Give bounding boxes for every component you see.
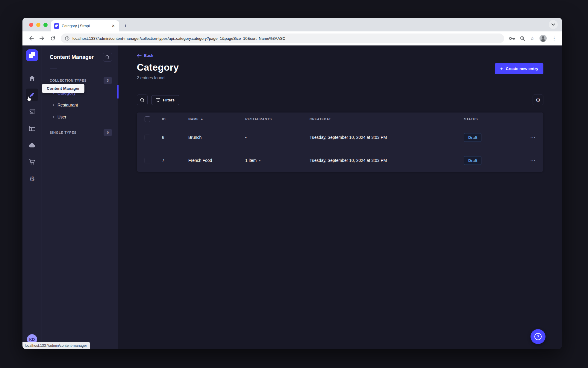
cell-restaurants: -	[245, 135, 310, 140]
chevron-down-icon	[551, 23, 555, 26]
media-library-icon	[29, 109, 35, 115]
bullet-icon	[53, 116, 54, 118]
browser-tab[interactable]: Category | Strapi ✕	[51, 20, 119, 31]
chevron-down-icon: ▾	[259, 159, 260, 162]
row-actions-menu-icon[interactable]: ⋯	[522, 157, 543, 163]
sort-ascending-icon: ▲	[201, 118, 203, 121]
window-minimize-button[interactable]	[36, 23, 40, 27]
view-settings-button[interactable]: ⚙	[533, 95, 543, 105]
subnav-title: Content Manager	[50, 54, 94, 60]
cell-name: French Food	[188, 158, 245, 163]
sidebar-item-content-type-builder[interactable]	[26, 122, 38, 135]
mouse-cursor-icon	[26, 96, 31, 102]
sidebar-item-cloud[interactable]	[26, 139, 38, 151]
home-icon	[29, 75, 35, 81]
entries-table: ID NAME▲ RESTAURANTS CREATEDAT STATUS 8 …	[137, 112, 543, 172]
column-header-createdat[interactable]: CREATEDAT	[310, 117, 464, 121]
table-row[interactable]: 8 Brunch - Tuesday, September 10, 2024 a…	[137, 126, 543, 149]
sidebar-item-settings[interactable]: ⚙	[26, 172, 38, 185]
collection-types-section-header: COLLECTION TYPES 3	[50, 76, 112, 85]
row-actions-menu-icon[interactable]: ⋯	[522, 134, 543, 140]
passwords-key-icon[interactable]	[509, 37, 515, 40]
browser-window: Category | Strapi ✕ + localhost:1337/adm…	[22, 18, 562, 349]
collection-types-count-badge: 3	[104, 77, 112, 84]
cloud-icon	[29, 143, 36, 147]
browser-toolbar: localhost:1337/admin/content-manager/col…	[22, 31, 562, 45]
tab-title: Category | Strapi	[62, 24, 108, 28]
search-icon	[105, 55, 110, 59]
cell-id: 7	[162, 158, 188, 163]
single-types-count-badge: 0	[104, 129, 112, 136]
gear-icon: ⚙	[29, 175, 35, 183]
window-close-button[interactable]	[29, 23, 33, 27]
sidebar-icon-rail: ⚙	[26, 72, 38, 185]
forward-button[interactable]	[37, 34, 46, 43]
divider	[50, 68, 57, 69]
content-type-builder-icon	[29, 126, 35, 131]
subnav-item-user[interactable]: User	[50, 111, 112, 123]
column-header-restaurants[interactable]: RESTAURANTS	[245, 117, 310, 121]
select-all-checkbox[interactable]	[145, 116, 150, 122]
column-header-name[interactable]: NAME▲	[188, 117, 245, 121]
cell-restaurants[interactable]: 1 item ▾	[245, 158, 310, 163]
address-bar[interactable]: localhost:1337/admin/content-manager/col…	[61, 34, 504, 43]
page-title: Category	[137, 62, 179, 73]
site-info-icon[interactable]	[65, 36, 69, 41]
reload-icon	[50, 36, 55, 41]
subnav-item-restaurant[interactable]: Restaurant	[50, 99, 112, 111]
gear-icon: ⚙	[536, 97, 540, 103]
profile-avatar-icon[interactable]	[539, 34, 547, 42]
back-link[interactable]: Back	[137, 53, 153, 58]
zoom-icon[interactable]	[520, 36, 525, 41]
back-arrow-icon	[29, 36, 34, 41]
cell-createdat: Tuesday, September 10, 2024 at 3:03 PM	[310, 158, 464, 163]
content-manager-tooltip: Content Manager	[42, 84, 84, 93]
table-action-bar: Filters ⚙	[137, 95, 543, 105]
bookmark-star-icon[interactable]: ☆	[530, 35, 534, 41]
strapi-admin-app: ⚙ KD Content Manager COLLECTION TYPES 3	[22, 45, 562, 349]
filter-icon	[156, 98, 160, 102]
bullet-icon	[53, 104, 54, 106]
sidebar-item-media-library[interactable]	[26, 105, 38, 118]
forward-arrow-icon	[40, 36, 45, 41]
tab-strip: Category | Strapi ✕ +	[22, 18, 562, 31]
status-badge: Draft	[464, 156, 481, 165]
create-new-entry-button[interactable]: + Create new entry	[495, 63, 543, 74]
cell-name: Brunch	[188, 135, 245, 140]
tab-search-button[interactable]	[549, 20, 558, 29]
browser-menu-icon[interactable]: ⋮	[552, 36, 557, 41]
plus-icon: +	[500, 66, 503, 71]
row-checkbox[interactable]	[145, 135, 150, 140]
cell-createdat: Tuesday, September 10, 2024 at 3:03 PM	[310, 135, 464, 140]
main-navigation-sidebar: ⚙ KD	[22, 45, 42, 349]
toolbar-actions: ☆ ⋮	[508, 34, 558, 42]
main-content: Back Category 2 entries found + Create n…	[118, 45, 562, 349]
single-types-label: SINGLE TYPES	[50, 131, 77, 134]
reload-button[interactable]	[48, 34, 57, 43]
collection-types-label: COLLECTION TYPES	[50, 79, 87, 82]
subnav-search-button[interactable]	[103, 53, 112, 62]
sidebar-item-content-manager[interactable]	[26, 89, 38, 101]
tab-close-icon[interactable]: ✕	[110, 23, 116, 29]
table-row[interactable]: 7 French Food 1 item ▾ Tuesday, Septembe…	[137, 149, 543, 172]
strapi-logo[interactable]	[26, 49, 38, 61]
strapi-favicon-icon	[54, 23, 59, 29]
help-button[interactable]: ?	[531, 329, 545, 344]
search-icon	[140, 98, 145, 102]
column-header-status[interactable]: STATUS	[464, 117, 522, 121]
new-tab-button[interactable]: +	[121, 22, 130, 31]
table-search-button[interactable]	[137, 95, 148, 105]
traffic-lights	[29, 23, 48, 27]
row-checkbox[interactable]	[145, 158, 150, 163]
back-arrow-icon	[137, 54, 142, 57]
filters-button[interactable]: Filters	[151, 95, 179, 105]
sidebar-item-marketplace[interactable]	[26, 156, 38, 168]
column-header-id[interactable]: ID	[162, 117, 188, 121]
link-preview-status-bar: localhost:1337/admin/content-manager	[22, 342, 90, 349]
question-mark-icon: ?	[534, 333, 542, 340]
single-types-section-header: SINGLE TYPES 0	[50, 128, 112, 137]
window-zoom-button[interactable]	[43, 23, 48, 27]
sidebar-item-home[interactable]	[26, 72, 38, 84]
back-button[interactable]	[27, 34, 36, 43]
cell-id: 8	[162, 135, 188, 140]
